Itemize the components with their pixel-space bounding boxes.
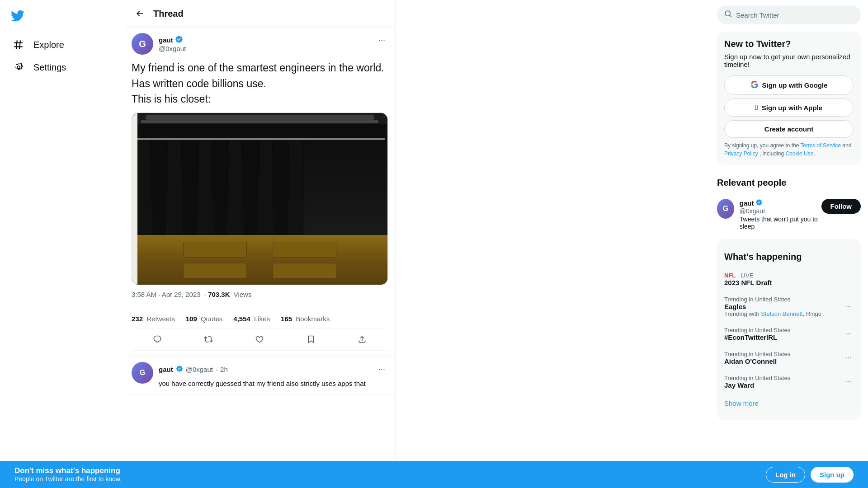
trend-category-jayward: Trending in United States [724,375,854,381]
reply-verified-badge [176,365,183,374]
main-content: Thread G gaut @0xgaut [124,0,396,488]
whats-happening-title: What's happening [724,246,854,267]
stetson-bennett-link[interactable]: Stetson Bennett [761,310,803,317]
whats-happening-section: What's happening NFL · LIVE 2023 NFL Dra… [717,239,861,420]
new-to-twitter-subtitle: Sign up now to get your own personalized… [724,53,854,68]
sidebar-explore-label: Explore [33,40,64,50]
apple-icon:  [755,103,758,112]
tweet-actions [132,328,388,351]
trend-category-eagles: Trending in United States [724,296,854,303]
reply-button[interactable] [148,330,166,348]
new-to-twitter-title: New to Twitter? [724,39,854,49]
cookie-use-link[interactable]: Cookie Use [785,150,813,157]
reply-avatar[interactable]: G [132,362,153,384]
relevant-verified-badge [755,199,763,207]
reply-header: G gaut @0xgaut · 2h ··· you have cor [132,362,388,389]
search-icon [724,10,732,20]
like-button[interactable] [250,330,269,348]
trend-item-eagles[interactable]: Trending in United States Eagles Trendin… [724,291,854,322]
hashtag-icon [13,39,24,51]
bottom-bar-sub-text: People on Twitter are the first to know. [14,475,122,483]
create-account-button[interactable]: Create account [724,120,854,138]
sidebar-settings-label: Settings [33,62,66,73]
avatar[interactable]: G [132,33,153,55]
reply-name-row: gaut @0xgaut · 2h ··· [159,362,388,377]
twitter-bird-icon [11,9,24,23]
reply-display-name: gaut [159,366,173,373]
relevant-avatar[interactable]: G [717,199,734,219]
bookmark-button[interactable] [302,330,320,348]
quotes-stat[interactable]: 109 Quotes [186,315,223,323]
privacy-policy-link[interactable]: Privacy Policy [724,150,758,157]
relevant-handle: @0xgaut [740,207,821,215]
relevant-people-title: Relevant people [717,172,861,193]
search-input[interactable] [736,11,854,19]
trend-name-eagles: Eagles [724,303,854,310]
reply-tweet: G gaut @0xgaut · 2h ··· you have cor [124,357,395,395]
bookmark-icon [307,335,316,344]
avatar-image: G [132,33,153,55]
back-arrow-icon [135,9,144,18]
google-icon [750,80,759,90]
trend-item-nfl[interactable]: NFL · LIVE 2023 NFL Draft [724,267,854,291]
display-name: gaut [159,35,186,45]
bookmarks-stat[interactable]: 165 Bookmarks [281,315,330,323]
tweet-text: My friend is one of the smartest enginee… [132,60,388,107]
trend-item-econ[interactable]: Trending in United States #EconTwitterIR… [724,322,854,346]
show-more-trends-link[interactable]: Show more [724,394,854,413]
share-icon [358,335,367,344]
thread-header: Thread [124,0,395,28]
tweet-stats: 232 Retweets 109 Quotes 4,554 Likes 165 … [132,310,388,328]
tweet-meta: 3:58 AM · Apr 29, 2023 · 703.3K Views [132,291,388,304]
trend-item-jayward[interactable]: Trending in United States Jay Ward ··· [724,370,854,394]
search-bar[interactable] [717,5,861,24]
trend-name-econ: #EconTwitterIRL [724,333,854,341]
reply-time: 2h [220,366,228,373]
trend-name-nfl: 2023 NFL Draft [724,279,854,286]
retweets-stat[interactable]: 232 Retweets [132,315,175,323]
bottom-bar-text: Don't miss what's happening People on Tw… [14,466,122,483]
relevant-display-name: gaut [740,199,821,207]
bottom-bar-main-text: Don't miss what's happening [14,466,122,475]
sidebar: Explore Settings [0,0,124,488]
tweet-header: G gaut @0xgaut ··· [132,33,388,55]
more-options-button[interactable]: ··· [376,33,388,48]
retweet-button[interactable] [199,330,217,348]
tweet-image[interactable] [132,113,388,285]
share-button[interactable] [353,330,371,348]
relevant-person-card: G gaut @0xgaut Tweets that won't put you… [717,193,861,235]
trend-item-aidan[interactable]: Trending in United States Aidan O'Connel… [724,346,854,370]
twitter-logo[interactable] [5,4,30,30]
trend-meta-eagles: Trending with Stetson Bennett, Ringo [724,310,854,317]
tweet-user: G gaut @0xgaut [132,33,186,55]
new-to-twitter-section: New to Twitter? Sign up now to get your … [717,32,861,165]
sidebar-item-explore[interactable]: Explore [5,33,118,56]
relevant-bio: Tweets that won't put you to sleep [740,216,821,230]
heart-icon [255,335,264,344]
signup-apple-button[interactable]:  Sign up with Apple [724,99,854,117]
gear-icon [13,61,24,73]
sidebar-item-settings[interactable]: Settings [5,56,118,79]
terms-text: By signing up, you agree to the Terms of… [724,141,854,158]
reply-more-button[interactable]: ··· [376,362,388,377]
verified-badge [175,35,183,45]
relevant-avatar-image: G [717,199,734,219]
relevant-info: gaut @0xgaut Tweets that won't put you t… [740,199,821,230]
retweet-icon [204,335,213,344]
trend-category-econ: Trending in United States [724,327,854,333]
likes-stat[interactable]: 4,554 Likes [233,315,270,323]
trend-name-jayward: Jay Ward [724,381,854,389]
back-button[interactable] [132,5,148,22]
terms-of-service-link[interactable]: Terms of Service [801,142,841,149]
signup-google-button[interactable]: Sign up with Google [724,75,854,95]
follow-button[interactable]: Follow [821,199,861,214]
reply-icon [153,335,162,344]
bottom-bar-actions: Log in Sign up [766,467,854,483]
login-button[interactable]: Log in [766,467,805,483]
reply-username: @0xgaut [186,366,213,373]
page-title: Thread [153,9,184,19]
relevant-user: G gaut @0xgaut Tweets that won't put you… [717,199,821,230]
signup-button[interactable]: Sign up [811,467,854,483]
trend-category-aidan: Trending in United States [724,351,854,357]
username: @0xgaut [159,45,186,52]
